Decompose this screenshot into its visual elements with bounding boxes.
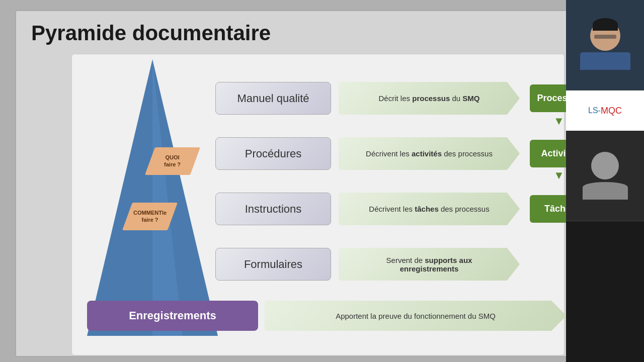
level-procedures: Procédures (215, 137, 331, 170)
arrow-activites-taches: ▼ (554, 169, 564, 182)
avatar-face-1 (590, 21, 620, 51)
desc-instructions: Décrivent les tâches des processus (339, 193, 520, 225)
desc-procedures: Décrivent les activités des processus (339, 137, 520, 170)
enregistrements-bar: Enregistrements (87, 301, 258, 331)
desc-enregistrements: Apportent la preuve du fonctionnement du… (265, 301, 567, 331)
slide-area: Pyramide documentaire QUOIfaire ? COMMEN… (15, 10, 569, 357)
video-participant-2 (566, 131, 644, 221)
avatar-head-2 (591, 152, 619, 179)
pyramid-svg (82, 54, 223, 341)
arrow-processus-activites: ▼ (554, 115, 564, 127)
video-panel: LS-MQC (566, 0, 644, 362)
desc-manuel: Décrit les processus du SMQ (339, 82, 520, 115)
level-formulaires: Formulaires (215, 248, 331, 281)
logo-box: LS-MQC (566, 90, 644, 131)
slide-title: Pyramide documentaire (16, 11, 568, 50)
desc-formulaires: Servent de supports auxenregistrements (339, 248, 520, 281)
level-instructions: Instructions (215, 193, 331, 225)
level-manuel: Manuel qualité (215, 82, 331, 115)
video-participant-1 (566, 0, 644, 90)
avatar-body-2 (583, 182, 628, 200)
